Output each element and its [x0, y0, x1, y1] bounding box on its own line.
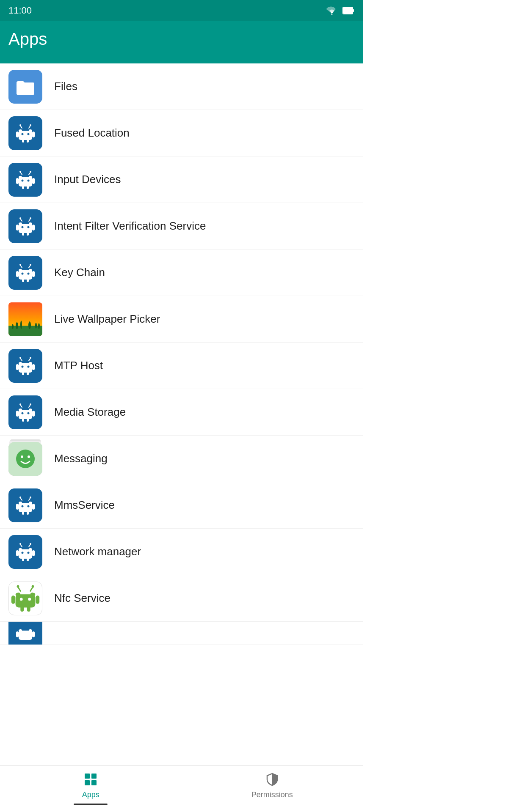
apps-nav-icon: [84, 773, 97, 788]
android-robot-icon: [14, 541, 36, 563]
svg-point-102: [22, 505, 24, 507]
svg-rect-36: [32, 225, 35, 230]
svg-point-44: [30, 217, 31, 219]
svg-rect-5: [17, 82, 34, 95]
svg-rect-140: [85, 774, 90, 779]
app-name-intent-filter: Intent Filter Verification Service: [54, 219, 206, 233]
svg-point-119: [19, 543, 21, 545]
list-item[interactable]: Messaging: [0, 436, 363, 482]
app-name-media-storage: Media Storage: [54, 406, 126, 419]
messaging-icon: [8, 442, 42, 476]
app-name-live-wallpaper: Live Wallpaper Picker: [54, 313, 160, 326]
svg-rect-123: [16, 594, 36, 607]
svg-point-57: [30, 264, 31, 266]
list-item[interactable]: MTP Host: [0, 343, 363, 389]
list-item[interactable]: Nfc Service: [0, 575, 363, 622]
tab-permissions[interactable]: Permissions: [182, 773, 363, 799]
svg-rect-143: [91, 780, 97, 785]
svg-rect-110: [19, 549, 32, 559]
svg-point-106: [19, 497, 21, 498]
svg-point-120: [30, 543, 31, 545]
svg-rect-82: [16, 411, 19, 417]
svg-rect-138: [16, 631, 19, 637]
svg-rect-35: [16, 225, 19, 230]
media-storage-icon: [8, 395, 42, 429]
svg-point-30: [19, 171, 21, 173]
svg-rect-48: [16, 271, 19, 277]
svg-point-92: [16, 450, 35, 468]
apps-tab-label: Apps: [82, 790, 99, 799]
network-manager-icon: [8, 535, 42, 569]
fused-location-icon: [8, 116, 42, 150]
svg-point-90: [19, 403, 21, 405]
svg-rect-9: [16, 132, 19, 137]
permissions-nav-icon: [265, 773, 279, 788]
svg-point-87: [28, 412, 30, 414]
list-item[interactable]: Intent Filter Verification Service: [0, 203, 363, 250]
svg-point-0: [331, 14, 333, 15]
svg-point-128: [20, 598, 23, 601]
folder-icon: [15, 76, 36, 97]
svg-rect-51: [27, 278, 29, 282]
svg-rect-137: [19, 631, 32, 640]
android-robot-icon: [14, 401, 36, 423]
list-item[interactable]: Live Wallpaper Picker: [0, 296, 363, 343]
svg-rect-37: [22, 231, 24, 236]
svg-point-39: [22, 226, 24, 228]
svg-point-27: [28, 179, 30, 181]
svg-rect-12: [27, 138, 29, 143]
files-app-icon: [8, 70, 42, 104]
svg-point-116: [28, 551, 30, 554]
svg-rect-47: [19, 270, 32, 280]
app-name-input-devices: Input Devices: [54, 173, 121, 186]
svg-point-13: [22, 133, 24, 135]
svg-point-18: [30, 124, 31, 126]
svg-rect-22: [16, 178, 19, 184]
svg-point-132: [17, 585, 19, 587]
svg-point-62: [28, 321, 31, 329]
nfc-service-icon: [8, 582, 42, 615]
list-item[interactable]: Files: [0, 63, 363, 110]
svg-point-77: [19, 357, 21, 359]
svg-rect-127: [27, 606, 30, 612]
list-item[interactable]: MmsService: [0, 482, 363, 529]
list-item[interactable]: Network manager: [0, 529, 363, 575]
list-item[interactable]: Media Storage: [0, 389, 363, 436]
tab-apps[interactable]: Apps: [0, 773, 182, 805]
svg-rect-70: [32, 364, 35, 370]
list-item[interactable]: [0, 622, 363, 645]
tab-indicator: [74, 804, 108, 805]
svg-rect-72: [27, 371, 29, 375]
svg-point-31: [30, 171, 31, 173]
svg-point-107: [30, 497, 31, 498]
messaging-app-icon: [15, 448, 36, 469]
app-name-mms-service: MmsService: [54, 499, 115, 512]
key-chain-icon: [8, 256, 42, 290]
svg-rect-2: [353, 9, 354, 12]
bottom-nav: Apps Permissions: [0, 765, 363, 812]
list-item[interactable]: Input Devices: [0, 156, 363, 203]
intent-filter-icon: [8, 209, 42, 243]
svg-point-60: [16, 322, 18, 329]
svg-rect-49: [32, 271, 35, 277]
svg-point-43: [19, 217, 21, 219]
svg-rect-113: [22, 557, 24, 561]
svg-point-93: [21, 455, 23, 458]
app-name-mtp-host: MTP Host: [54, 359, 103, 372]
svg-point-52: [22, 272, 24, 274]
app-name-fused-location: Fused Location: [54, 126, 130, 140]
mms-service-icon: [8, 488, 42, 522]
live-wallpaper-icon: [8, 302, 42, 336]
svg-point-73: [22, 365, 24, 368]
svg-rect-11: [22, 138, 24, 143]
list-item[interactable]: Key Chain: [0, 250, 363, 296]
svg-rect-8: [19, 131, 32, 140]
app-name-messaging: Messaging: [54, 452, 108, 465]
svg-rect-71: [22, 371, 24, 375]
svg-rect-101: [27, 510, 29, 515]
svg-point-78: [30, 357, 31, 359]
list-item[interactable]: Fused Location: [0, 110, 363, 156]
svg-point-40: [28, 226, 30, 228]
app-name-files: Files: [54, 80, 77, 93]
android-robot-icon: [14, 122, 36, 144]
